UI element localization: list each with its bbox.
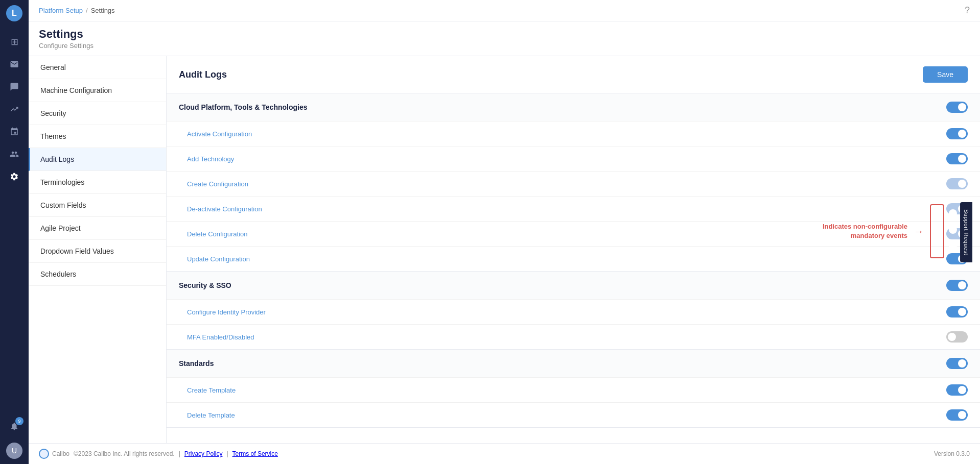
- sidebar-item-audit-logs[interactable]: Audit Logs: [29, 148, 166, 171]
- main-panel: Audit Logs Save Cloud Platform, Tools & …: [167, 56, 980, 443]
- footer-privacy-link[interactable]: Privacy Policy: [184, 450, 223, 457]
- section-title-standards: Standards: [179, 359, 214, 368]
- toggle-create-config[interactable]: [946, 178, 968, 189]
- toggle-delete-template[interactable]: [946, 409, 968, 421]
- item-label-activate-config: Activate Configuration: [187, 130, 252, 138]
- breadcrumb: Platform Setup / Settings: [39, 7, 115, 14]
- save-button[interactable]: Save: [923, 66, 968, 83]
- item-mfa: MFA Enabled/Disabled: [167, 324, 980, 349]
- nav-item-users[interactable]: [4, 144, 25, 164]
- toggle-add-technology[interactable]: [946, 153, 968, 164]
- item-label-delete-config: Delete Configuration: [187, 230, 248, 238]
- annotation-arrow: →: [914, 226, 924, 237]
- section-standards: Standards Create Template Delete Templat…: [167, 350, 980, 428]
- nav-item-dashboard[interactable]: ⊞: [4, 32, 25, 52]
- item-label-update-config: Update Configuration: [187, 255, 250, 263]
- breadcrumb-separator: /: [86, 7, 88, 14]
- panel-header: Audit Logs Save: [167, 56, 980, 93]
- annotation-box: [930, 204, 944, 258]
- sidebar-item-terminologies[interactable]: Terminologies: [29, 171, 166, 194]
- footer-terms-link[interactable]: Terms of Service: [232, 450, 278, 457]
- settings-sidebar: General Machine Configuration Security T…: [29, 56, 167, 443]
- item-create-template: Create Template: [167, 377, 980, 402]
- item-delete-template: Delete Template: [167, 402, 980, 427]
- section-title-cloud: Cloud Platform, Tools & Technologies: [179, 103, 308, 111]
- item-label-add-technology: Add Technology: [187, 155, 234, 163]
- help-icon[interactable]: ?: [965, 5, 970, 16]
- footer-logo-text: Calibo: [52, 450, 69, 457]
- section-security-sso: Security & SSO Configure Identity Provid…: [167, 272, 980, 350]
- toggle-standards[interactable]: [946, 358, 968, 369]
- top-bar: Platform Setup / Settings ?: [29, 0, 980, 21]
- section-header-security: Security & SSO: [167, 272, 980, 299]
- nav-item-workflows[interactable]: [4, 121, 25, 142]
- page-title: Settings: [39, 28, 970, 41]
- notifications-bell[interactable]: 9: [4, 416, 25, 436]
- app-logo[interactable]: L: [6, 5, 22, 21]
- page-header: Settings Configure Settings: [29, 21, 980, 56]
- annotation-text: Indicates non-configurable mandatory eve…: [823, 222, 907, 240]
- breadcrumb-current: Settings: [91, 7, 115, 14]
- nav-item-tickets[interactable]: [4, 54, 25, 75]
- user-avatar[interactable]: U: [6, 443, 22, 459]
- footer-separator: |: [179, 450, 180, 457]
- footer-separator2: |: [226, 450, 228, 457]
- toggle-activate-config[interactable]: [946, 128, 968, 139]
- calibo-logo-icon: [39, 449, 49, 459]
- panel-title: Audit Logs: [179, 69, 227, 80]
- sidebar-item-machine-config[interactable]: Machine Configuration: [29, 79, 166, 102]
- footer: Calibo ©2023 Calibo Inc. All rights rese…: [29, 443, 980, 464]
- sidebar-item-dropdown-field-values[interactable]: Dropdown Field Values: [29, 240, 166, 263]
- item-label-create-config: Create Configuration: [187, 180, 248, 188]
- item-create-config: Create Configuration: [167, 171, 980, 196]
- item-add-technology: Add Technology: [167, 146, 980, 171]
- annotation: Indicates non-configurable mandatory eve…: [823, 204, 944, 258]
- nav-item-messages[interactable]: [4, 77, 25, 97]
- sidebar-item-security[interactable]: Security: [29, 102, 166, 125]
- section-title-security: Security & SSO: [179, 281, 231, 289]
- sidebar-item-custom-fields[interactable]: Custom Fields: [29, 194, 166, 217]
- section-header-cloud: Cloud Platform, Tools & Technologies: [167, 93, 980, 121]
- toggle-mfa[interactable]: [946, 331, 968, 343]
- section-header-standards: Standards: [167, 350, 980, 377]
- item-label-deactivate-config: De-activate Configuration: [187, 205, 262, 213]
- toggle-configure-idp[interactable]: [946, 306, 968, 318]
- item-label-create-template: Create Template: [187, 386, 236, 394]
- footer-left: Calibo ©2023 Calibo Inc. All rights rese…: [39, 449, 278, 459]
- toggle-security-sso[interactable]: [946, 280, 968, 291]
- footer-logo: Calibo: [39, 449, 69, 459]
- item-configure-idp: Configure Identity Provider: [167, 299, 980, 324]
- footer-copyright: ©2023 Calibo Inc. All rights reserved.: [74, 450, 175, 457]
- item-label-mfa: MFA Enabled/Disabled: [187, 333, 254, 341]
- sidebar-item-themes[interactable]: Themes: [29, 125, 166, 148]
- nav-item-analytics[interactable]: [4, 99, 25, 119]
- left-nav: L ⊞ 9 U: [0, 0, 29, 464]
- sidebar-item-agile-project[interactable]: Agile Project: [29, 217, 166, 240]
- breadcrumb-parent[interactable]: Platform Setup: [39, 7, 83, 14]
- item-label-configure-idp: Configure Identity Provider: [187, 308, 266, 316]
- sidebar-item-general[interactable]: General: [29, 56, 166, 79]
- item-activate-config: Activate Configuration: [167, 121, 980, 146]
- notification-badge: 9: [15, 417, 24, 425]
- sidebar-item-schedulers[interactable]: Schedulers: [29, 263, 166, 286]
- footer-version: Version 0.3.0: [934, 450, 970, 457]
- page-subtitle: Configure Settings: [39, 42, 970, 50]
- toggle-cloud-platform[interactable]: [946, 102, 968, 113]
- support-request-tab[interactable]: Support Request: [960, 202, 972, 262]
- toggle-create-template[interactable]: [946, 384, 968, 396]
- item-label-delete-template: Delete Template: [187, 411, 235, 419]
- nav-item-settings[interactable]: [4, 166, 25, 187]
